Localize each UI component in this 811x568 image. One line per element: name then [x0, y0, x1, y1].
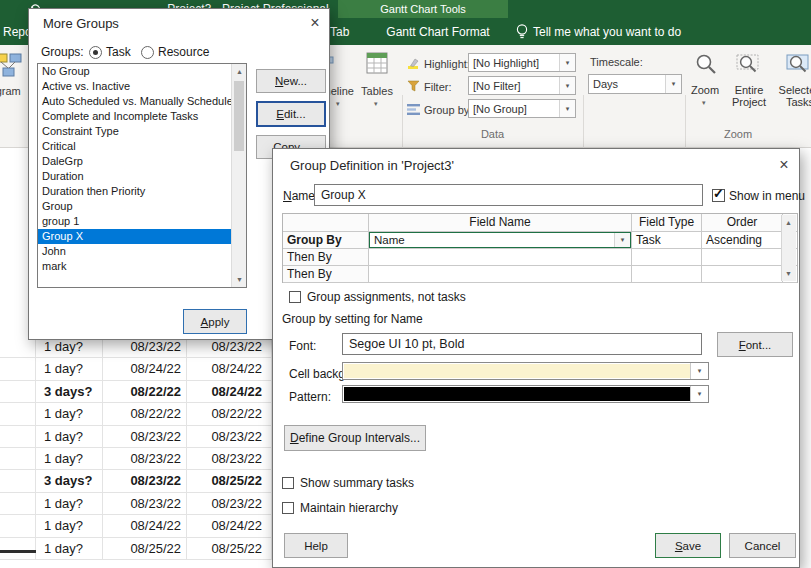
group-list-item[interactable]: Duration [38, 169, 231, 184]
tables-icon[interactable] [366, 52, 388, 74]
gd-field-type-cell[interactable] [632, 266, 702, 282]
group-list-item[interactable]: Complete and Incomplete Tasks [38, 109, 231, 124]
show-in-menu-checkbox[interactable]: ✓ [712, 189, 725, 202]
cancel-button[interactable]: Cancel [729, 533, 796, 558]
groups-list-scrollbar[interactable]: ▲ ▼ [231, 64, 246, 287]
group-assignments-checkbox[interactable] [289, 291, 301, 303]
maintain-hierarchy-checkbox[interactable] [282, 502, 294, 514]
maintain-hierarchy-label[interactable]: Maintain hierarchy [300, 501, 398, 515]
more-groups-title[interactable]: More Groups [43, 16, 119, 31]
group-list-item[interactable]: Group X [38, 229, 231, 244]
gantt-duration-cell[interactable]: 3 days? [36, 381, 103, 402]
gd-row-label[interactable]: Group By [283, 232, 369, 248]
gd-field-name-cell[interactable] [369, 249, 632, 265]
scroll-down-icon[interactable]: ▼ [232, 272, 247, 287]
network-diagram-label[interactable]: Diagram [0, 85, 30, 97]
group-list-item[interactable]: Group [38, 199, 231, 214]
scroll-up-icon[interactable]: ▲ [782, 215, 795, 230]
gd-row-label[interactable]: Then By [283, 266, 369, 282]
field-name-combo[interactable]: Name▾ [369, 232, 631, 248]
gantt-empty-cell[interactable] [0, 403, 36, 424]
gantt-date-cell[interactable]: 08/24/22 [103, 358, 187, 379]
radio-resource-label[interactable]: Resource [158, 45, 209, 59]
group-by-combo-arrow-icon[interactable]: ▾ [559, 100, 575, 117]
font-button[interactable]: Font... [717, 332, 793, 357]
filter-combo-arrow-icon[interactable]: ▾ [559, 77, 575, 94]
group-definition-title[interactable]: Group Definition in 'Project3' [290, 158, 454, 173]
gantt-duration-cell[interactable]: 1 day? [36, 403, 103, 424]
entire-project-button-line2[interactable]: Project [726, 96, 772, 108]
gantt-duration-cell[interactable]: 1 day? [36, 538, 103, 559]
gantt-date-cell[interactable]: 08/23/22 [103, 448, 187, 469]
gantt-duration-cell[interactable]: 1 day? [36, 493, 103, 514]
save-button[interactable]: Save [655, 533, 721, 558]
show-in-menu-label[interactable]: Show in menu [729, 189, 805, 203]
gantt-duration-cell[interactable]: 1 day? [36, 448, 103, 469]
gantt-empty-cell[interactable] [0, 381, 36, 402]
gantt-date-cell[interactable]: 08/23/22 [103, 470, 187, 491]
gantt-empty-cell[interactable] [0, 470, 36, 491]
gantt-date-cell[interactable]: 08/23/22 [187, 426, 272, 447]
gantt-date-cell[interactable]: 08/22/22 [103, 403, 187, 424]
selected-tasks-button-line2[interactable]: Tasks [775, 96, 811, 108]
group-list-item[interactable]: DaleGrp [38, 154, 231, 169]
selected-tasks-button[interactable]: Selected [775, 84, 811, 96]
gantt-date-cell[interactable]: 08/22/22 [103, 381, 187, 402]
pattern-arrow-icon[interactable]: ▾ [690, 386, 708, 402]
timescale-combo-arrow-icon[interactable]: ▾ [665, 75, 681, 93]
gantt-empty-cell[interactable] [0, 538, 36, 559]
define-group-intervals-button[interactable]: Define Group Intervals... [284, 425, 426, 451]
gantt-date-cell[interactable]: 08/25/22 [187, 470, 272, 491]
group-by-combo[interactable]: [No Group] ▾ [468, 99, 576, 118]
gantt-duration-cell[interactable]: 1 day? [36, 358, 103, 379]
gantt-duration-cell[interactable]: 1 day? [36, 515, 103, 536]
group-list-item[interactable]: John [38, 244, 231, 259]
gd-field-type-cell[interactable] [632, 249, 702, 265]
radio-task-label[interactable]: Task [106, 45, 131, 59]
font-value-field[interactable]: Segoe UI 10 pt, Bold [342, 333, 702, 355]
gantt-date-cell[interactable]: 08/24/22 [187, 515, 272, 536]
group-list-item[interactable]: Auto Scheduled vs. Manually Scheduled [38, 94, 231, 109]
tables-label[interactable]: Tables [357, 85, 397, 97]
gd-field-name-cell[interactable] [369, 266, 632, 282]
zoom-dropdown-icon[interactable]: ▾ [702, 99, 706, 107]
gantt-empty-cell[interactable] [0, 358, 36, 379]
gantt-date-cell[interactable]: 08/23/22 [187, 448, 272, 469]
group-assignments-label[interactable]: Group assignments, not tasks [307, 290, 466, 304]
gantt-empty-cell[interactable] [0, 493, 36, 514]
radio-task[interactable] [89, 46, 102, 59]
zoom-button[interactable]: Zoom [688, 84, 722, 96]
gd-table-scrollbar[interactable]: ▲ ▼ [781, 215, 796, 281]
field-name-dropdown-arrow-icon[interactable]: ▾ [614, 233, 630, 247]
gantt-date-cell[interactable]: 08/24/22 [187, 381, 272, 402]
group-list-item[interactable]: Active vs. Inactive [38, 79, 231, 94]
gantt-duration-cell[interactable]: 1 day? [36, 426, 103, 447]
gantt-empty-cell[interactable] [0, 448, 36, 469]
gd-order-cell[interactable] [702, 249, 783, 265]
gd-order-cell[interactable] [702, 266, 783, 282]
pattern-dropdown[interactable]: ▾ [342, 385, 709, 403]
gantt-date-cell[interactable]: 08/24/22 [103, 515, 187, 536]
show-summary-tasks-checkbox[interactable] [282, 477, 294, 489]
tables-dropdown-icon[interactable]: ▾ [374, 100, 378, 108]
group-list-item[interactable]: group 1 [38, 214, 231, 229]
gd-order-cell[interactable]: Ascending [702, 232, 783, 248]
group-list-item[interactable]: Critical [38, 139, 231, 154]
scroll-up-icon[interactable]: ▲ [232, 64, 247, 79]
gd-field-name-cell[interactable]: Name▾ [369, 232, 632, 248]
timeline-dropdown-icon[interactable]: ▾ [336, 100, 340, 108]
group-list-item[interactable]: Duration then Priority [38, 184, 231, 199]
show-summary-tasks-label[interactable]: Show summary tasks [300, 476, 414, 490]
gantt-date-cell[interactable]: 08/25/22 [103, 538, 187, 559]
gantt-date-cell[interactable]: 08/23/22 [103, 493, 187, 514]
gantt-date-cell[interactable]: 08/22/22 [187, 403, 272, 424]
entire-project-icon[interactable] [736, 52, 760, 76]
gantt-empty-cell[interactable] [0, 426, 36, 447]
gantt-date-cell[interactable]: 08/25/22 [187, 538, 272, 559]
highlight-combo[interactable]: [No Highlight] ▾ [468, 53, 576, 72]
gd-field-type-cell[interactable]: Task [632, 232, 702, 248]
help-button[interactable]: Help [284, 533, 348, 558]
filter-combo[interactable]: [No Filter] ▾ [468, 76, 576, 95]
entire-project-button[interactable]: Entire [726, 84, 772, 96]
new-button[interactable]: New... [256, 69, 326, 93]
